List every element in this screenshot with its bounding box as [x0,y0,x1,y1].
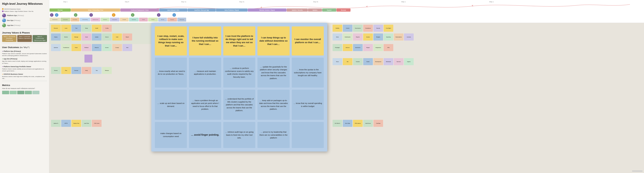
right-sticky-9: Reports [353,34,363,41]
swimlane-bo-1: B [112,13,116,17]
outcome-persona-name-4: ● CEO/CIO Business Owner [2,73,47,75]
right-sticky-19: Integrations [374,44,383,51]
swimlane-do-2: D [172,13,176,17]
right-sticky-12: Spending [384,34,393,41]
left-panel: High-level Journey Milestones CEO/CIO Bu… [0,0,49,173]
main-board: High-level Journey Milestones CEO/CIO Bu… [0,0,644,173]
outcome-header-4: I can keep things up to date without dow… [258,27,290,56]
outcome-header-1: I can stop, restart, scale, rollback to … [155,27,187,56]
phase-maintain: Maintain Solution / Repeat [248,9,286,12]
left-board-content: Discover Learn Trial Setup Install Confi… [49,23,151,173]
legend-swatch-1 [2,8,4,10]
right-sticky-20: APIs [384,44,393,51]
outcome-card-3-1: … continue to perform conformance scans … [223,58,255,88]
right-sticky-5: Security [374,25,383,32]
swimlane-ad-2: A [131,13,134,17]
persona-row-2: DO Dev Ops (Primary) [2,19,47,22]
sticky-sm-17: Patch [72,44,81,51]
phase-expand: Expand [322,9,336,12]
sticky-sm-28: Release [102,67,112,74]
right-metric-3: P99 Latency [353,120,363,127]
divider-1 [2,28,47,29]
outcome-persona-name-3: ● Platform Owner/App Portfolio Owner [2,66,47,68]
sticky-sm-4: Setup [82,25,91,32]
phase-chip-7: Integration [110,18,120,22]
right-sticky-11: Budgets [374,34,383,41]
outcome-block-1: ● Platform Ops (Primary) Platform Ops ne… [2,50,47,57]
phase-updates-security: Updates / Security [287,9,308,12]
persona-legend: CEO/CIO Business Owner Platform Owner / … [2,8,47,12]
sticky-sm-15: Optimize [51,44,61,51]
outcome-card-4-3: … prove to my leadership that there are … [258,122,290,148]
phase-chip-6: Adoption [101,18,110,22]
right-stickies-3: Packages Add-ons Extensions Plugins Inte… [332,44,632,51]
outcome-text-1: Platform Ops need to maintain, secure an… [2,53,47,57]
outcome-card-2-3: … avoid finger pointing. [189,122,221,148]
sticky-sm-7: Deploy [51,34,61,41]
metric-sticky-1: Uptime % [51,120,61,127]
legend-swatch-2 [2,11,4,12]
outcome-card-3-3: … retrieve audit logs on an going basis … [223,122,255,148]
values-section-title: Journey Values & Phases [2,31,47,34]
phase-chip-11: Retain [148,18,158,22]
swimlane-ad-1: A [74,13,78,17]
persona-label-1: Platform Ops (Primary) [7,15,24,16]
right-sticky-24: Nodes [363,58,373,65]
right-sticky-26: Workloads [384,58,393,65]
day-label-1: Day 1 [63,1,68,3]
swimlane-do-1: D [55,13,58,17]
scatter-stickies-3: Optimize Troubleshoot Patch Rollback Obs… [51,44,150,51]
outcome-persona-name-1: ● Platform Ops (Primary) [2,50,47,52]
metrics-title: Metrics [2,84,47,87]
phase-user-onboard: User Onboard / Intro [159,9,188,12]
outcome-block-4: ● CEO/CIO Business Owner Business owners… [2,73,47,79]
persona-row-3: AD App Dev (Primary) [2,24,47,27]
phase-setup: Setup / Onboarding / First [71,9,120,12]
outcomes-section-title: User Outcomes (the "Why?") [2,46,47,49]
swimlane-po-1: P [50,13,54,17]
sticky-sm-22: Alert [122,44,132,51]
sticky-sm-3: Trial [72,25,81,32]
scatter-stickies-4: Review Plan Execute Verify Test Release [51,67,150,74]
right-stickies-4: Tanzu k8s Clusters Nodes Namespaces Work… [332,58,632,65]
right-sticky-1: Visibility [332,25,342,32]
phase-chip-5: Deployment [90,18,100,22]
swimlane-po-3: P [157,13,160,17]
outcome-card-3-2: … understand that the portfolio of k8s c… [223,90,255,120]
persona-row-1: PO Platform Ops (Primary) [2,14,47,18]
right-sticky-18: Plugins [363,44,373,51]
day-label-5: Day 31 [313,1,318,3]
sticky-sm-26: Verify [82,67,91,74]
sticky-sm-19: Observe [92,44,102,51]
right-sticky-16: Add-ons [343,44,352,51]
right-sticky-8: Dashboards [343,34,352,41]
phase-chip-14: Advocate [177,18,186,22]
outcome-persona-name-2: ● App Dev (Primary) [2,58,47,60]
outcome-text-3: Platform Owner needs visibility across a… [2,68,47,72]
right-metric-5: Cost/App [374,120,383,127]
swimlane-icons: P D A P B A P D [49,12,644,18]
scatter-stickies-2: Deploy Monitor Manage Scale Update Secur… [51,34,150,41]
metric-block-3 [17,91,24,94]
legend-item-1: CEO/CIO Business Owner [2,8,20,10]
metric-sticky-5: CVE Count [92,120,102,127]
legend-item-2: Platform Owner / App Portfolio Owner / D… [2,11,34,12]
swimlane-po-2: P [90,13,93,17]
right-sticky-28: Ingress [404,58,414,65]
outcome-card-5-3 [292,122,324,148]
scrollbar[interactable] [632,170,642,171]
phase-pre-sale: Pre-Sale [50,9,71,12]
value-box-2: Value 2: Automate Platform Operations [17,35,32,42]
metric-sticky-4: Lead Time [82,120,91,127]
outcome-card-1-3: make changes based on consumption need [155,122,187,148]
day-label-6: Step 1 [401,1,406,3]
phase-chip-2: Evaluation [60,18,70,22]
sticky-sm-20: Govern [102,44,112,51]
outcome-header-5: I can monitor the overall platform so th… [292,27,324,56]
right-sticky-15: Packages [332,44,342,51]
content-area-bg: Discover Learn Trial Setup Install Confi… [49,23,644,173]
sticky-sm-8: Monitor [61,34,71,41]
sticky-sm-18: Rollback [82,44,91,51]
right-board-content: Visibility Control Governance Compliance… [331,23,644,173]
sticky-sm-6: Config [102,25,112,32]
